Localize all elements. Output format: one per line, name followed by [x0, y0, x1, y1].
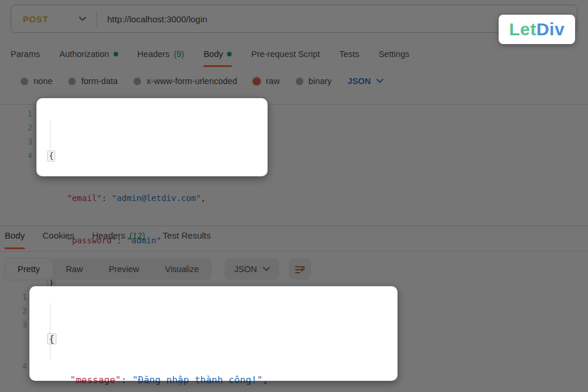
indent-guide	[50, 120, 51, 149]
fold-brace: {	[47, 333, 56, 344]
request-body-highlight: { "email": "admin@letdiv.com", "password…	[47, 106, 206, 176]
request-spotlight-card: { "email": "admin@letdiv.com", "password…	[36, 98, 268, 176]
letdiv-logo: LetDiv	[499, 15, 575, 44]
response-body-highlight: { "message": "Đăng nhập thành công!", "t…	[47, 290, 397, 381]
indent-guide	[50, 303, 51, 360]
logo-text-let: Let	[509, 19, 537, 39]
logo-text-div: Div	[536, 19, 564, 39]
fold-brace: {	[47, 150, 55, 162]
json-key: "message"	[70, 374, 121, 381]
json-value: "Đăng nhập thành công!"	[132, 374, 263, 381]
response-spotlight-card: { "message": "Đăng nhập thành công!", "t…	[29, 286, 397, 381]
